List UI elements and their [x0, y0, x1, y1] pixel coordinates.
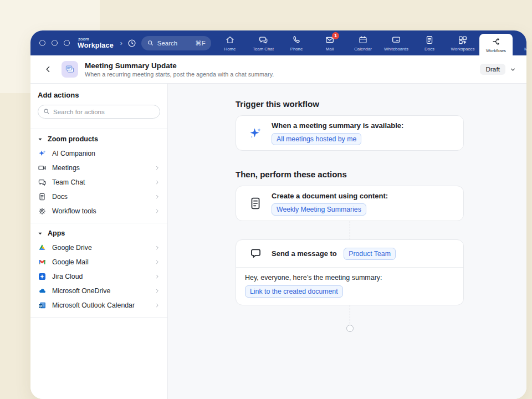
workflow-title-block: Meeting Summary Update When a recurring … — [85, 62, 274, 78]
nav-label: More — [524, 47, 526, 52]
window-control-dot[interactable] — [64, 40, 70, 46]
add-step-node[interactable] — [346, 325, 354, 332]
zoom-workplace-logo: zoom Workplace — [78, 37, 114, 49]
workflows-icon — [491, 37, 501, 47]
ai-companion-icon — [38, 149, 47, 158]
chat-bubble-icon — [248, 247, 263, 260]
status-dropdown-button[interactable] — [509, 66, 516, 73]
team-chat-icon — [258, 35, 268, 45]
chevron-right-icon — [155, 165, 160, 171]
sidebar-item-docs[interactable]: Docs — [30, 190, 167, 204]
sidebar-item-microsoft-onedrive[interactable]: Microsoft OneDrive — [30, 284, 167, 298]
sidebar-item-label: Google Mail — [52, 258, 89, 266]
sidebar-item-label: Workflow tools — [52, 207, 96, 215]
mail-icon: 1 — [325, 35, 335, 45]
sidebar-item-label: AI Companion — [52, 150, 95, 157]
trigger-card[interactable]: When a meeting summary is available: All… — [236, 115, 464, 151]
workflow-header: Meeting Summary Update When a recurring … — [30, 55, 526, 84]
onedrive-icon — [38, 287, 47, 295]
top-navbar: zoom Workplace › Search ⌘F Home Team Cha… — [30, 30, 526, 55]
nav-label: Team Chat — [253, 47, 274, 52]
jira-cloud-icon — [38, 272, 47, 281]
workflow-tools-icon — [38, 207, 47, 216]
chevron-down-icon — [38, 231, 43, 236]
history-icon[interactable] — [127, 38, 137, 48]
chevron-right-icon — [155, 245, 160, 250]
nav-mail[interactable]: 1 Mail — [313, 30, 346, 55]
docs-icon — [424, 35, 434, 45]
sidebar-item-label: Google Drive — [52, 244, 92, 252]
chevron-down-icon — [38, 137, 43, 142]
nav-workspaces[interactable]: Workspaces — [446, 30, 479, 55]
sidebar-item-workflow-tools[interactable]: Workflow tools — [30, 204, 167, 218]
sidebar-item-meetings[interactable]: Meetings — [30, 161, 167, 175]
meetings-icon — [38, 163, 47, 172]
search-icon — [147, 39, 154, 47]
document-link-pill[interactable]: Link to the created document — [245, 285, 343, 298]
sidebar-item-label: Jira Cloud — [52, 273, 83, 280]
document-icon — [248, 197, 263, 210]
chevron-right-icon — [155, 259, 160, 265]
workflow-canvas: Trigger this workflow When a meeting sum… — [168, 84, 526, 399]
nav-label: Docs — [424, 47, 434, 52]
document-content-pill[interactable]: Weekly Meeting Summaries — [272, 203, 366, 216]
search-icon — [43, 108, 50, 115]
trigger-section-heading: Trigger this workflow — [236, 99, 464, 109]
window-control-dot[interactable] — [39, 40, 45, 46]
sidebar-item-team-chat[interactable]: Team Chat — [30, 175, 167, 190]
section-zoom-products[interactable]: Zoom products — [30, 129, 167, 146]
actions-sidebar: Add actions Zoom products AI Companion M… — [30, 84, 168, 399]
nav-home[interactable]: Home — [213, 30, 247, 55]
sidebar-item-ai-companion[interactable]: AI Companion — [30, 146, 167, 161]
sidebar-title: Add actions — [38, 91, 160, 99]
actions-section-heading: Then, perform these actions — [236, 170, 464, 179]
action-card-create-document[interactable]: Create a document using content: Weekly … — [236, 186, 464, 221]
sidebar-item-label: Microsoft Outlook Calendar — [52, 301, 135, 309]
sidebar-item-microsoft-outlook-calendar[interactable]: Microsoft Outlook Calendar — [30, 298, 167, 313]
nav-more[interactable]: More — [513, 30, 526, 55]
nav-whiteboards[interactable]: Whiteboards — [380, 30, 413, 55]
page-subtitle: When a recurring meeting starts, post th… — [85, 71, 274, 78]
status-badge: Draft — [480, 64, 505, 75]
search-actions-input[interactable] — [38, 105, 160, 119]
nav-docs[interactable]: Docs — [413, 30, 446, 55]
google-mail-icon — [38, 258, 47, 267]
nav-calendar[interactable]: Calendar — [346, 30, 380, 55]
sidebar-item-jira-cloud[interactable]: Jira Cloud — [30, 269, 167, 284]
action-title: Send a message to — [272, 249, 337, 258]
action-card-send-message[interactable]: Send a message to Product Team Hey, ever… — [236, 239, 464, 305]
chevron-right-icon[interactable]: › — [120, 39, 122, 47]
workflow-connector — [350, 305, 350, 324]
divider — [30, 317, 167, 318]
sidebar-item-label: Team Chat — [52, 178, 85, 186]
search-shortcut: ⌘F — [195, 39, 206, 47]
workflow-connector — [350, 221, 350, 239]
trigger-title: When a meeting summary is available: — [272, 121, 403, 130]
nav-label: Calendar — [354, 47, 372, 52]
nav-team-chat[interactable]: Team Chat — [247, 30, 280, 55]
recipient-pill[interactable]: Product Team — [344, 248, 396, 260]
chevron-right-icon — [155, 208, 160, 214]
nav-label: Phone — [290, 47, 303, 52]
section-label: Zoom products — [48, 135, 98, 143]
search-placeholder-text: Search — [157, 40, 177, 47]
global-search-input[interactable]: Search ⌘F — [141, 36, 211, 50]
nav-phone[interactable]: Phone — [280, 30, 313, 55]
nav-label: Workspaces — [451, 47, 475, 52]
nav-workflows[interactable]: Workflows — [479, 34, 513, 55]
team-chat-icon — [38, 178, 47, 187]
nav-label: Workflows — [486, 48, 506, 53]
home-icon — [225, 35, 235, 45]
nav-label: Home — [224, 47, 236, 52]
sidebar-item-google-drive[interactable]: Google Drive — [30, 241, 167, 255]
chevron-right-icon — [155, 194, 160, 200]
whiteboard-icon — [391, 35, 401, 45]
section-apps[interactable]: Apps — [30, 223, 167, 241]
nav-tabs: Home Team Chat Phone 1 Mail Calendar — [213, 30, 526, 55]
window-controls[interactable] — [39, 40, 70, 46]
sidebar-item-google-mail[interactable]: Google Mail — [30, 255, 167, 269]
back-button[interactable] — [44, 65, 53, 74]
trigger-value-pill[interactable]: All meetings hosted by me — [272, 133, 361, 145]
message-body-text: Hey, everyone, here’s the meeting summar… — [245, 274, 454, 282]
window-control-dot[interactable] — [52, 40, 58, 46]
